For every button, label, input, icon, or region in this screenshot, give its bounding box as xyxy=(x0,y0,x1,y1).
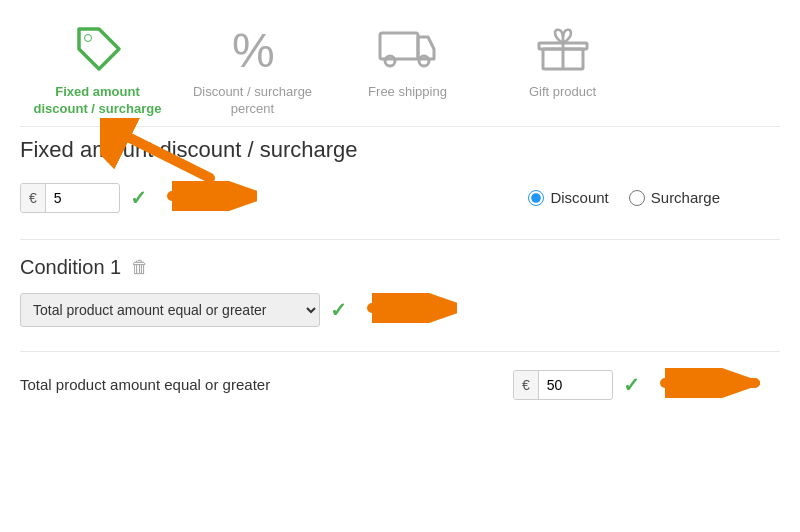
svg-text:%: % xyxy=(232,24,275,75)
bottom-amount-prefix: € xyxy=(514,371,539,399)
condition-select[interactable]: Total product amount equal or greater To… xyxy=(20,293,320,327)
icon-gift-product-label: Gift product xyxy=(529,84,596,101)
icon-discount-percent-label: Discount / surcharge percent xyxy=(185,84,320,118)
gift-icon xyxy=(533,18,593,78)
icon-fixed-amount[interactable]: Fixed amount discount / surcharge xyxy=(20,10,175,126)
condition-check-icon: ✓ xyxy=(330,298,347,322)
icon-gift-product[interactable]: Gift product xyxy=(485,10,640,109)
icon-free-shipping[interactable]: Free shipping xyxy=(330,10,485,109)
tag-icon xyxy=(68,18,128,78)
page-wrapper: Fixed amount discount / surcharge % Disc… xyxy=(0,0,800,532)
amount-row: € ✓ Discount xyxy=(20,181,780,215)
condition-row: Total product amount equal or greater To… xyxy=(20,293,780,327)
radio-discount[interactable] xyxy=(528,190,544,206)
arrow-to-bottom-amount xyxy=(650,368,760,402)
surcharge-label-text: Surcharge xyxy=(651,189,720,206)
icon-row: Fixed amount discount / surcharge % Disc… xyxy=(0,0,800,126)
bottom-amount-container: € xyxy=(513,370,613,400)
bottom-label: Total product amount equal or greater xyxy=(20,376,513,393)
bottom-amount-input[interactable] xyxy=(539,371,599,399)
condition-title: Condition 1 xyxy=(20,256,121,279)
bottom-right: € ✓ xyxy=(513,368,760,402)
main-content: Fixed amount discount / surcharge € ✓ xyxy=(0,137,800,402)
arrow-to-select xyxy=(357,293,457,327)
amount-check-icon: ✓ xyxy=(130,186,147,210)
svg-rect-2 xyxy=(380,33,418,59)
section-title: Fixed amount discount / surcharge xyxy=(20,137,780,163)
radio-surcharge[interactable] xyxy=(629,190,645,206)
discount-label-text: Discount xyxy=(550,189,608,206)
arrow-to-amount xyxy=(157,181,257,215)
icon-free-shipping-label: Free shipping xyxy=(368,84,447,101)
percent-icon: % xyxy=(223,18,283,78)
trash-icon[interactable]: 🗑 xyxy=(131,257,149,278)
radio-group: Discount Surcharge xyxy=(528,189,720,206)
radio-discount-label[interactable]: Discount xyxy=(528,189,608,206)
condition-header: Condition 1 🗑 xyxy=(20,256,780,279)
svg-point-3 xyxy=(385,56,395,66)
truck-icon xyxy=(378,18,438,78)
svg-point-0 xyxy=(84,35,91,42)
radio-surcharge-label[interactable]: Surcharge xyxy=(629,189,720,206)
amount-input-container: € xyxy=(20,183,120,213)
bottom-check-icon: ✓ xyxy=(623,373,640,397)
icon-fixed-amount-label: Fixed amount discount / surcharge xyxy=(30,84,165,118)
icon-discount-percent[interactable]: % Discount / surcharge percent xyxy=(175,10,330,126)
bottom-row: Total product amount equal or greater € … xyxy=(20,368,780,402)
amount-prefix: € xyxy=(21,184,46,212)
amount-input[interactable] xyxy=(46,184,106,212)
svg-point-4 xyxy=(419,56,429,66)
